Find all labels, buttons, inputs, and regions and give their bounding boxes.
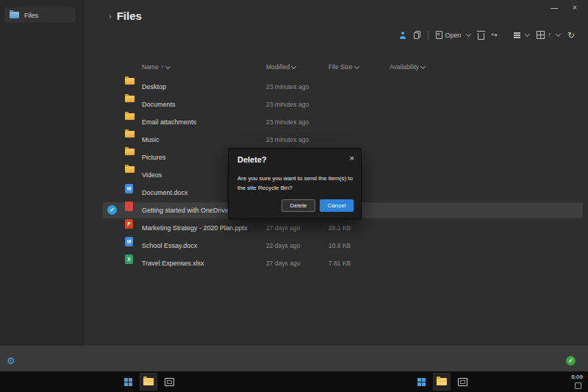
trash-icon bbox=[478, 33, 484, 40]
pdf-file-icon bbox=[125, 202, 133, 211]
file-modified: 23 minutes ago bbox=[266, 113, 325, 131]
view-options-button[interactable]: ↑ bbox=[537, 31, 560, 39]
file-name: Desktop bbox=[142, 78, 263, 96]
file-availability bbox=[390, 237, 448, 254]
dialog-title: Delete? bbox=[237, 155, 267, 164]
refresh-icon: ↻ bbox=[567, 31, 575, 40]
row-selected-check-icon[interactable]: ✓ bbox=[107, 205, 117, 215]
refresh-button[interactable]: ↻ bbox=[567, 31, 575, 40]
delete-confirmation-dialog: Delete? × Are you sure you want to send … bbox=[228, 148, 362, 219]
file-size bbox=[329, 113, 380, 131]
open-button[interactable]: Open bbox=[436, 31, 470, 39]
column-header-name[interactable]: Name ↑ bbox=[142, 63, 170, 71]
folder-icon bbox=[125, 96, 135, 102]
chevron-down-icon bbox=[420, 63, 426, 68]
file-availability bbox=[390, 149, 448, 166]
delete-confirm-button[interactable]: Delete bbox=[282, 199, 315, 212]
file-modified: 23 minutes ago bbox=[266, 78, 325, 96]
taskbar-icon-group-left bbox=[120, 371, 177, 392]
status-bar bbox=[0, 346, 588, 371]
sidebar-item-files[interactable]: Files bbox=[4, 7, 75, 23]
share-button[interactable] bbox=[400, 32, 406, 39]
folder-icon bbox=[125, 113, 135, 120]
file-availability bbox=[390, 96, 448, 113]
grid-view-icon bbox=[537, 31, 545, 39]
file-name: School Essay.docx bbox=[142, 237, 263, 254]
document-icon bbox=[436, 31, 442, 39]
file-name: Travel Expenses.xlsx bbox=[142, 254, 263, 272]
table-row[interactable]: ✓ Email attachments 23 minutes ago bbox=[85, 113, 588, 131]
copy-icon bbox=[414, 31, 420, 39]
dialog-message: Are you sure you want to send the item(s… bbox=[237, 174, 354, 193]
file-size: 28.1 KB bbox=[329, 219, 380, 237]
shortcut-button[interactable]: ↪ bbox=[492, 32, 498, 39]
file-size bbox=[329, 131, 380, 149]
copy-button[interactable] bbox=[414, 31, 420, 39]
start-button[interactable] bbox=[120, 374, 136, 390]
breadcrumb-chevron-icon[interactable]: › bbox=[109, 12, 112, 21]
task-view-icon bbox=[458, 378, 467, 386]
sort-button[interactable] bbox=[514, 32, 529, 38]
task-view-button[interactable] bbox=[454, 374, 470, 390]
table-row[interactable]: ✓ Desktop 23 minutes ago bbox=[85, 78, 588, 96]
table-row[interactable]: ✓ W School Essay.docx 22 days ago 10.8 K… bbox=[85, 237, 588, 254]
chevron-down-icon bbox=[165, 63, 171, 68]
task-view-button[interactable] bbox=[161, 374, 177, 390]
sidebar-item-label: Files bbox=[24, 12, 38, 19]
file-explorer-button[interactable] bbox=[140, 374, 157, 390]
chevron-down-icon bbox=[525, 32, 530, 37]
close-icon[interactable]: × bbox=[569, 2, 581, 13]
start-button[interactable] bbox=[413, 374, 429, 390]
sort-direction-icon: ↑ bbox=[548, 32, 551, 39]
settings-gear-icon[interactable]: ⚙ bbox=[7, 355, 15, 366]
minimize-icon[interactable]: — bbox=[548, 2, 560, 13]
windows-logo-icon bbox=[124, 378, 132, 386]
person-icon bbox=[400, 32, 406, 39]
file-availability bbox=[390, 113, 448, 131]
file-availability bbox=[390, 166, 448, 184]
file-badge: W bbox=[126, 186, 131, 191]
column-label: Modified bbox=[266, 63, 290, 71]
column-header-modified[interactable]: Modified bbox=[266, 63, 295, 71]
column-header-availability[interactable]: Availability bbox=[390, 63, 425, 71]
table-row[interactable]: ✓ Documents 23 minutes ago bbox=[85, 96, 588, 113]
window-controls: — × bbox=[548, 2, 581, 13]
tray-icon bbox=[575, 382, 581, 389]
file-modified: 27 days ago bbox=[266, 254, 325, 272]
onedrive-window: Files — × › Files Open bbox=[0, 0, 588, 371]
table-row[interactable]: ✓ X Travel Expenses.xlsx 27 days ago 7.8… bbox=[85, 254, 588, 272]
taskbar-clock[interactable]: 6:09 bbox=[571, 374, 583, 389]
folder-icon bbox=[125, 78, 135, 85]
explorer-folder-icon bbox=[143, 378, 154, 385]
table-row[interactable]: ✓ Music 23 minutes ago bbox=[85, 131, 588, 149]
word-file-icon: W bbox=[125, 237, 133, 246]
cancel-button[interactable]: Cancel bbox=[320, 199, 354, 212]
taskbar-icon-group-right bbox=[413, 371, 470, 392]
column-header-file-size[interactable]: File Size bbox=[329, 63, 359, 71]
file-name: Music bbox=[142, 131, 263, 149]
file-name: Marketing Strategy - 2020 Plan.pptx bbox=[142, 219, 263, 237]
breadcrumb: › Files bbox=[109, 10, 142, 22]
excel-file-icon: X bbox=[125, 254, 133, 264]
file-modified: 23 minutes ago bbox=[266, 96, 325, 113]
file-availability bbox=[390, 254, 448, 272]
sync-status-check-icon[interactable]: ✓ bbox=[566, 356, 576, 366]
open-label: Open bbox=[445, 32, 462, 39]
windows-logo-icon bbox=[417, 378, 426, 386]
dialog-close-icon[interactable]: × bbox=[350, 154, 354, 163]
file-size: 7.81 KB bbox=[329, 254, 380, 272]
file-badge: X bbox=[127, 257, 130, 262]
file-size: 10.8 KB bbox=[329, 237, 380, 254]
file-availability bbox=[390, 219, 448, 237]
file-modified: 27 days ago bbox=[266, 219, 325, 237]
folder-icon bbox=[125, 166, 135, 173]
file-badge: P bbox=[127, 221, 130, 227]
delete-button[interactable] bbox=[478, 31, 484, 40]
toolbar: Open ↪ ↑ ↻ bbox=[400, 29, 575, 41]
clock-time: 6:09 bbox=[571, 374, 583, 381]
file-size bbox=[329, 96, 380, 113]
table-row[interactable]: ✓ P Marketing Strategy - 2020 Plan.pptx … bbox=[85, 219, 588, 237]
sort-lines-icon bbox=[514, 32, 520, 34]
shortcut-icon: ↪ bbox=[492, 32, 498, 39]
file-explorer-button[interactable] bbox=[434, 374, 450, 390]
